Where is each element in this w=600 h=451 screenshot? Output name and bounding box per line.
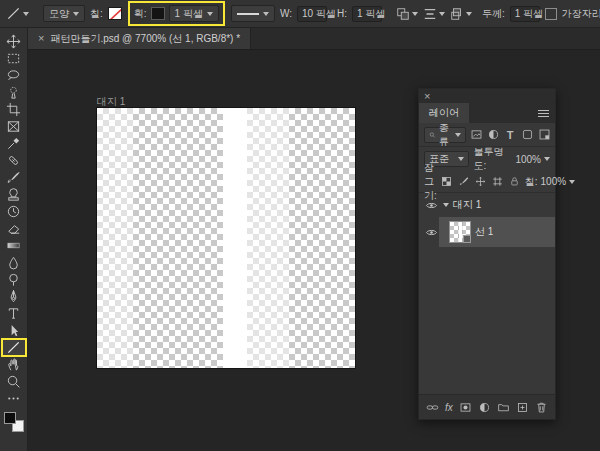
tool-zoom[interactable] [2,373,26,390]
align-edges-checkbox[interactable] [545,8,557,20]
tool-history-brush[interactable] [2,203,26,220]
tool-mode-value: 모양 [49,7,69,21]
layer-name: 선 1 [475,225,493,239]
chevron-down-icon [207,12,213,16]
adjustment-layer-filter-button[interactable] [486,128,500,142]
width-field[interactable]: 10 픽셀 [297,6,327,22]
edit-toolbar-button[interactable] [2,390,26,407]
no-fill-icon [109,8,122,20]
visibility-toggle[interactable] [423,227,439,238]
chevron-down-icon[interactable] [443,203,449,207]
tool-quick-selection[interactable] [2,84,26,101]
padlock-icon [509,176,520,187]
line-tool-preset-icon [6,6,21,21]
chevron-down-icon [412,12,418,16]
smart-object-filter-icon [538,128,551,141]
tool-frame[interactable] [2,118,26,135]
tool-crop[interactable] [2,101,26,118]
close-icon[interactable]: × [424,91,430,102]
layer-effects-button[interactable]: fx [445,402,453,413]
chevron-down-icon [569,180,575,184]
smart-object-filter-button[interactable] [537,128,551,142]
shape-layer-filter-button[interactable] [520,128,534,142]
tool-path-selection[interactable] [2,322,26,339]
blur-tool-icon [6,255,21,270]
tool-type[interactable] [2,305,26,322]
brush-tool-icon [6,170,21,185]
image-filter-icon [470,128,483,141]
adjustment-layer-icon[interactable] [478,401,491,414]
stroke-label: 획: [134,7,147,21]
close-icon[interactable]: × [38,33,44,44]
path-alignment-button[interactable] [423,7,445,21]
document-tab[interactable]: × 패턴만들기.psd @ 7700% (선 1, RGB/8*) * [28,28,251,49]
tools-panel [0,28,28,451]
tool-gradient[interactable] [2,237,26,254]
lock-row: 잠그기: [419,171,555,193]
hand-tool-icon [6,357,21,372]
tool-clone-stamp[interactable] [2,186,26,203]
tool-eyedropper[interactable] [2,135,26,152]
layer-thumbnail[interactable] [449,221,471,243]
height-field[interactable]: 1 픽셀 [352,6,382,22]
filter-kind-select[interactable]: 종류 [424,127,466,143]
layer-row-artboard[interactable]: 대지 1 [419,193,555,217]
foreground-color-swatch[interactable] [4,412,16,424]
artboard-label: 대지 1 [97,95,125,109]
artboard-canvas[interactable] [97,108,355,368]
color-swatches[interactable] [4,412,24,432]
type-tool-icon [6,306,21,321]
type-filter-icon: T [507,129,514,141]
path-selection-tool-icon [6,323,21,338]
tool-preset-button[interactable] [6,6,29,21]
layer-row-line[interactable]: 선 1 [419,217,555,247]
panel-fill-value: 100% [541,176,567,187]
tool-blur[interactable] [2,254,26,271]
eyedropper-tool-icon [6,136,21,151]
lock-pixels-button[interactable] [457,175,471,189]
lock-all-button[interactable] [508,175,522,189]
path-operations-button[interactable] [396,7,418,21]
chevron-down-icon [458,157,464,161]
tool-spot-healing-brush[interactable] [2,152,26,169]
tool-line[interactable] [2,339,26,356]
path-arrangement-button[interactable] [450,7,472,21]
tool-lasso[interactable] [2,67,26,84]
stroke-highlight-box: 획: 1 픽셀 [128,1,225,26]
clone-stamp-tool-icon [6,187,21,202]
weight-field[interactable]: 1 픽셀 [510,6,540,22]
stroke-swatch[interactable] [151,7,165,20]
lock-transparency-button[interactable] [440,175,454,189]
type-layer-filter-button[interactable]: T [503,128,517,142]
fill-swatch[interactable] [108,7,122,20]
visibility-toggle[interactable] [423,200,439,211]
lock-position-button[interactable] [474,175,488,189]
chevron-down-icon [544,157,550,161]
canvas-stripe-left [97,108,133,368]
new-layer-icon[interactable] [516,401,529,414]
crop-tool-icon [6,102,21,117]
opacity-control[interactable]: 100% [515,154,550,165]
tool-brush[interactable] [2,169,26,186]
tool-pen[interactable] [2,288,26,305]
panel-menu-button[interactable] [532,103,555,123]
pixel-layer-filter-button[interactable] [469,128,483,142]
tool-mode-select[interactable]: 모양 [43,5,85,22]
add-mask-icon[interactable] [459,401,472,414]
stroke-width-select[interactable]: 1 픽셀 [169,5,219,22]
canvas-stripe-right [247,108,289,368]
fill-control[interactable]: 100% [541,176,576,187]
brush-lock-icon [458,176,469,187]
new-group-icon[interactable] [497,401,510,414]
tool-move[interactable] [2,33,26,50]
lock-artboard-button[interactable] [491,175,505,189]
tool-hand[interactable] [2,356,26,373]
delete-layer-icon[interactable] [535,401,548,414]
tool-rectangular-marquee[interactable] [2,50,26,67]
history-brush-tool-icon [6,204,21,219]
tool-dodge[interactable] [2,271,26,288]
healing-brush-tool-icon [6,153,21,168]
stroke-style-select[interactable] [231,5,275,22]
link-layers-icon[interactable] [426,401,439,414]
tool-eraser[interactable] [2,220,26,237]
